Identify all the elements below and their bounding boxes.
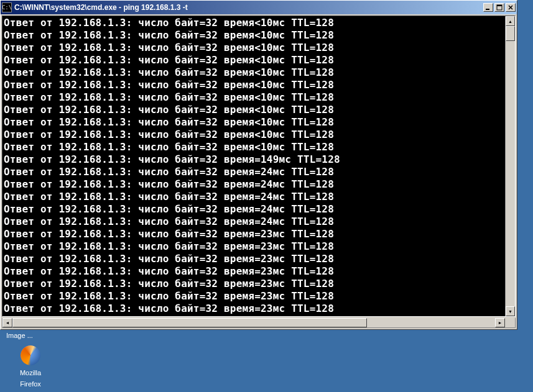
scroll-right-button[interactable]	[495, 318, 505, 327]
vertical-scrollbar	[505, 16, 515, 316]
scroll-left-button[interactable]	[2, 318, 12, 327]
maximize-button[interactable]	[494, 3, 504, 12]
firefox-desktop-icon[interactable]: Mozilla Firefox	[9, 345, 52, 389]
firefox-icon	[21, 345, 40, 365]
horizontal-scroll-track[interactable]	[12, 318, 495, 327]
vertical-scroll-track[interactable]	[506, 26, 515, 306]
vertical-scroll-thumb[interactable]	[506, 26, 515, 41]
horizontal-scroll-thumb[interactable]	[12, 318, 367, 327]
firefox-label-line2: Firefox	[19, 380, 42, 388]
console-output[interactable]: Ответ от 192.168.1.3: число байт=32 врем…	[2, 16, 505, 316]
firefox-label-line1: Mozilla	[19, 369, 42, 377]
svg-rect-0	[486, 9, 489, 10]
cmd-icon: C:\	[2, 2, 12, 12]
scrollbar-corner	[505, 318, 515, 327]
window-title: C:\WINNT\system32\cmd.exe - ping 192.168…	[14, 3, 483, 12]
horizontal-scrollbar	[2, 318, 516, 328]
titlebar[interactable]: C:\ C:\WINNT\system32\cmd.exe - ping 192…	[1, 1, 517, 14]
minimize-button[interactable]	[483, 3, 493, 12]
svg-rect-2	[497, 5, 502, 6]
window-controls	[483, 3, 516, 12]
client-area: Ответ от 192.168.1.3: число байт=32 врем…	[2, 16, 516, 317]
close-button[interactable]	[506, 3, 516, 12]
desktop-truncated-label: Image ...	[6, 332, 33, 339]
scroll-down-button[interactable]	[506, 306, 515, 316]
scroll-up-button[interactable]	[506, 16, 515, 26]
cmd-window: C:\ C:\WINNT\system32\cmd.exe - ping 192…	[0, 0, 517, 330]
